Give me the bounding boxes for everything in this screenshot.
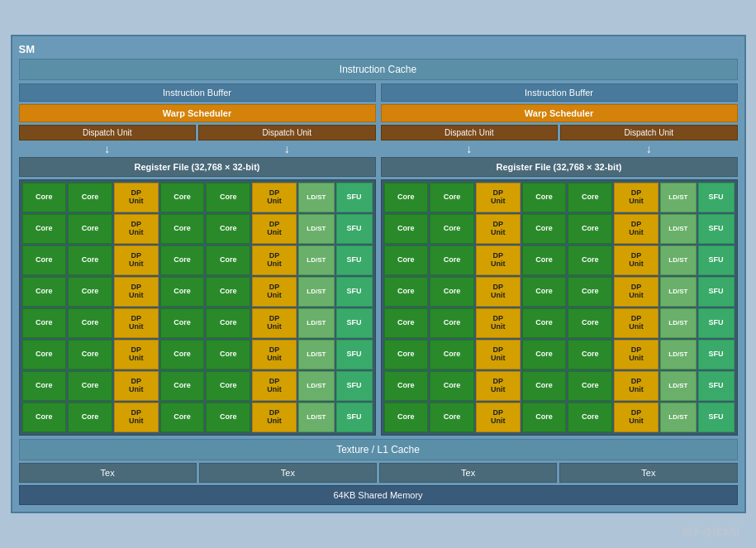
left-arrows: ↓ ↓ bbox=[19, 143, 376, 155]
dp-cell: DPUnit bbox=[476, 340, 521, 369]
left-core-row: Core Core DPUnit Core Core DPUnit LD/ST … bbox=[22, 308, 373, 338]
ldst-cell: LD/ST bbox=[298, 403, 335, 432]
core-cell: Core bbox=[206, 403, 250, 432]
core-cell: Core bbox=[384, 245, 429, 275]
left-dispatch-row: Dispatch Unit Dispatch Unit bbox=[19, 125, 376, 141]
core-cell: Core bbox=[206, 245, 250, 275]
left-dispatch-unit-1: Dispatch Unit bbox=[19, 125, 197, 141]
ldst-cell: LD/ST bbox=[660, 277, 697, 307]
texture-l1-cache: Texture / L1 Cache bbox=[19, 439, 738, 460]
dp-cell: DPUnit bbox=[476, 214, 521, 244]
tex-row: Tex Tex Tex Tex bbox=[19, 463, 738, 483]
core-cell: Core bbox=[522, 308, 567, 338]
core-cell: Core bbox=[22, 277, 67, 307]
right-core-row: Core Core DPUnit Core Core DPUnit LD/ST … bbox=[384, 403, 735, 432]
core-cell: Core bbox=[430, 277, 474, 307]
dp-cell: DPUnit bbox=[252, 245, 297, 275]
tex-unit-1: Tex bbox=[19, 463, 197, 483]
ldst-cell: LD/ST bbox=[660, 340, 697, 369]
left-register-file: Register File (32,768 × 32-bit) bbox=[19, 157, 376, 177]
right-core-row: Core Core DPUnit Core Core DPUnit LD/ST … bbox=[384, 371, 735, 401]
right-warp-scheduler: Warp Scheduler bbox=[381, 104, 738, 122]
dp-cell: DPUnit bbox=[476, 308, 521, 338]
core-cell: Core bbox=[206, 214, 250, 244]
core-cell: Core bbox=[160, 371, 205, 401]
core-cell: Core bbox=[206, 308, 250, 338]
ldst-cell: LD/ST bbox=[660, 403, 697, 432]
core-cell: Core bbox=[384, 403, 429, 432]
dp-cell: DPUnit bbox=[114, 340, 159, 369]
tex-unit-4: Tex bbox=[559, 463, 737, 483]
dp-cell: DPUnit bbox=[114, 183, 159, 212]
sm-label: SM bbox=[19, 43, 738, 55]
dp-cell: DPUnit bbox=[114, 308, 159, 338]
bottom-section: Texture / L1 Cache Tex Tex Tex Tex 64KB … bbox=[19, 439, 738, 505]
ldst-cell: LD/ST bbox=[298, 371, 335, 401]
dp-cell: DPUnit bbox=[252, 308, 297, 338]
core-cell: Core bbox=[206, 340, 250, 369]
ldst-cell: LD/ST bbox=[298, 277, 335, 307]
core-cell: Core bbox=[384, 214, 429, 244]
core-cell: Core bbox=[430, 183, 474, 212]
core-cell: Core bbox=[160, 245, 205, 275]
core-cell: Core bbox=[522, 245, 567, 275]
left-core-row: Core Core DPUnit Core Core DPUnit LD/ST … bbox=[22, 340, 373, 369]
dp-cell: DPUnit bbox=[614, 371, 659, 401]
left-cores-grid: Core Core DPUnit Core Core DPUnit LD/ST … bbox=[19, 179, 376, 436]
sfu-cell: SFU bbox=[336, 214, 373, 244]
ldst-cell: LD/ST bbox=[660, 308, 697, 338]
core-cell: Core bbox=[568, 245, 612, 275]
core-cell: Core bbox=[522, 340, 567, 369]
core-cell: Core bbox=[68, 308, 112, 338]
core-cell: Core bbox=[568, 371, 612, 401]
sfu-cell: SFU bbox=[336, 340, 373, 369]
sfu-cell: SFU bbox=[336, 245, 373, 275]
dp-cell: DPUnit bbox=[476, 371, 521, 401]
right-cores-grid: Core Core DPUnit Core Core DPUnit LD/ST … bbox=[381, 179, 738, 436]
dp-cell: DPUnit bbox=[252, 183, 297, 212]
core-cell: Core bbox=[522, 183, 567, 212]
right-register-file: Register File (32,768 × 32-bit) bbox=[381, 157, 738, 177]
core-cell: Core bbox=[430, 371, 474, 401]
core-cell: Core bbox=[160, 340, 205, 369]
core-cell: Core bbox=[206, 183, 250, 212]
left-core-row: Core Core DPUnit Core Core DPUnit LD/ST … bbox=[22, 371, 373, 401]
ldst-cell: LD/ST bbox=[298, 308, 335, 338]
dp-cell: DPUnit bbox=[114, 403, 159, 432]
core-cell: Core bbox=[568, 403, 612, 432]
shared-memory: 64KB Shared Memory bbox=[19, 485, 738, 505]
dp-cell: DPUnit bbox=[614, 183, 659, 212]
core-cell: Core bbox=[22, 340, 67, 369]
dp-cell: DPUnit bbox=[614, 403, 659, 432]
ldst-cell: LD/ST bbox=[298, 245, 335, 275]
left-warp-scheduler: Warp Scheduler bbox=[19, 104, 376, 122]
sfu-cell: SFU bbox=[698, 214, 735, 244]
core-cell: Core bbox=[430, 340, 474, 369]
dp-cell: DPUnit bbox=[114, 277, 159, 307]
left-core-row: Core Core DPUnit Core Core DPUnit LD/ST … bbox=[22, 183, 373, 212]
ldst-cell: LD/ST bbox=[298, 340, 335, 369]
right-core-row: Core Core DPUnit Core Core DPUnit LD/ST … bbox=[384, 245, 735, 275]
dp-cell: DPUnit bbox=[614, 214, 659, 244]
right-dispatch-unit-2: Dispatch Unit bbox=[560, 125, 738, 141]
core-cell: Core bbox=[160, 183, 205, 212]
core-cell: Core bbox=[430, 245, 474, 275]
dp-cell: DPUnit bbox=[476, 245, 521, 275]
right-core-row: Core Core DPUnit Core Core DPUnit LD/ST … bbox=[384, 340, 735, 369]
ldst-cell: LD/ST bbox=[660, 245, 697, 275]
left-half: Instruction Buffer Warp Scheduler Dispat… bbox=[19, 83, 376, 436]
core-cell: Core bbox=[522, 403, 567, 432]
core-cell: Core bbox=[568, 277, 612, 307]
ldst-cell: LD/ST bbox=[660, 183, 697, 212]
sfu-cell: SFU bbox=[336, 371, 373, 401]
core-cell: Core bbox=[384, 340, 429, 369]
right-core-row: Core Core DPUnit Core Core DPUnit LD/ST … bbox=[384, 183, 735, 212]
right-dispatch-unit-1: Dispatch Unit bbox=[381, 125, 559, 141]
core-cell: Core bbox=[68, 183, 112, 212]
right-instruction-buffer: Instruction Buffer bbox=[381, 83, 738, 102]
core-cell: Core bbox=[206, 371, 250, 401]
core-cell: Core bbox=[160, 214, 205, 244]
watermark: 知乎 @捏太阳 bbox=[682, 526, 739, 538]
core-cell: Core bbox=[522, 371, 567, 401]
core-cell: Core bbox=[68, 340, 112, 369]
